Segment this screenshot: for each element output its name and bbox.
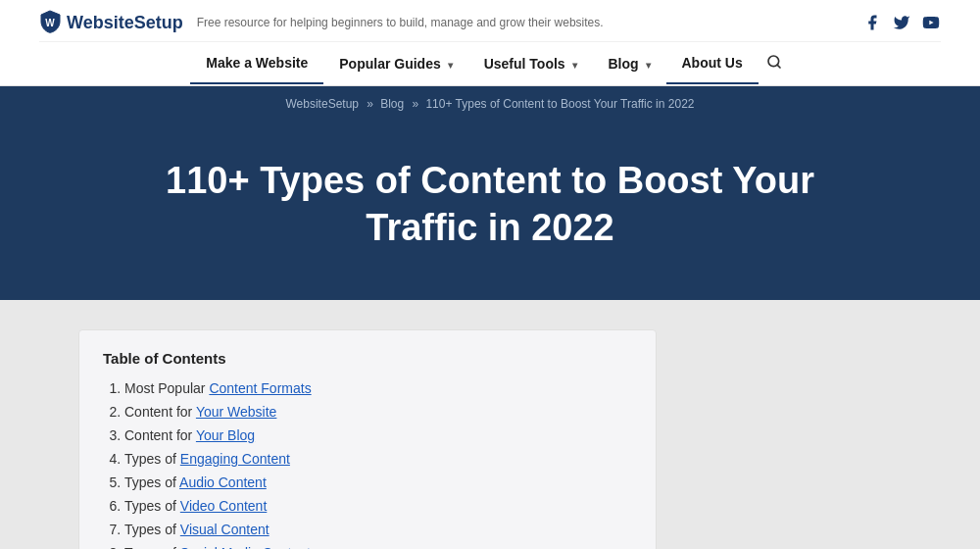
- breadcrumb-current: 110+ Types of Content to Boost Your Traf…: [425, 97, 694, 111]
- nav-blog[interactable]: Blog ▾: [593, 44, 666, 83]
- main-nav: Make a Website Popular Guides ▾ Useful T…: [39, 42, 941, 85]
- toc-link-6[interactable]: Video Content: [180, 498, 267, 514]
- search-icon[interactable]: [759, 42, 790, 85]
- facebook-icon[interactable]: [862, 13, 882, 32]
- logo-area: W WebsiteSetup Free resource for helping…: [39, 10, 604, 35]
- sidebar: [686, 329, 902, 549]
- toc-item-8: Types of Social Media Content: [124, 545, 632, 549]
- toc-link-7[interactable]: Visual Content: [180, 522, 270, 537]
- breadcrumb-sep-2: »: [412, 97, 421, 111]
- nav-useful-tools[interactable]: Useful Tools ▾: [468, 44, 593, 83]
- content-wrapper: Table of Contents Most Popular Content F…: [0, 300, 980, 549]
- twitter-icon[interactable]: [892, 13, 911, 32]
- toc-link-5[interactable]: Audio Content: [179, 474, 267, 490]
- chevron-down-icon: ▾: [572, 60, 577, 71]
- nav-about-us[interactable]: About Us: [666, 43, 759, 84]
- nav-popular-guides[interactable]: Popular Guides ▾: [323, 44, 467, 83]
- breadcrumb-blog[interactable]: Blog: [380, 97, 404, 111]
- toc-item-4: Types of Engaging Content: [124, 451, 632, 467]
- hero-section: 110+ Types of Content to Boost Your Traf…: [0, 119, 980, 300]
- toc-link-4[interactable]: Engaging Content: [180, 451, 290, 467]
- svg-text:W: W: [45, 18, 55, 28]
- nav-make-website[interactable]: Make a Website: [190, 43, 323, 84]
- toc-link-2[interactable]: Your Website: [196, 404, 277, 420]
- site-header: W WebsiteSetup Free resource for helping…: [0, 0, 980, 86]
- svg-line-3: [777, 65, 780, 68]
- toc-link-3[interactable]: Your Blog: [196, 427, 255, 443]
- site-tagline: Free resource for helping beginners to b…: [197, 16, 604, 29]
- toc-item-6: Types of Video Content: [124, 498, 632, 514]
- toc-item-2: Content for Your Website: [124, 404, 632, 420]
- toc-item-1: Most Popular Content Formats: [124, 380, 632, 396]
- hero-title: 110+ Types of Content to Boost Your Traf…: [137, 158, 843, 251]
- toc-item-5: Types of Audio Content: [124, 474, 632, 490]
- toc-title: Table of Contents: [103, 350, 632, 367]
- main-content: Table of Contents Most Popular Content F…: [78, 329, 657, 549]
- breadcrumb-home[interactable]: WebsiteSetup: [286, 97, 360, 111]
- toc-list: Most Popular Content Formats Content for…: [103, 380, 632, 549]
- chevron-down-icon: ▾: [646, 60, 651, 71]
- toc-link-1[interactable]: Content Formats: [209, 380, 311, 396]
- toc-link-8[interactable]: Social Media Content: [180, 545, 311, 549]
- chevron-down-icon: ▾: [448, 60, 453, 71]
- toc-item-3: Content for Your Blog: [124, 427, 632, 443]
- youtube-icon[interactable]: [921, 13, 941, 32]
- breadcrumb-sep: »: [367, 97, 376, 111]
- social-icons: [862, 13, 941, 32]
- toc-box: Table of Contents Most Popular Content F…: [78, 329, 657, 549]
- breadcrumb-bar: WebsiteSetup » Blog » 110+ Types of Cont…: [0, 86, 980, 119]
- toc-item-7: Types of Visual Content: [124, 522, 632, 537]
- site-logo[interactable]: W WebsiteSetup: [39, 10, 183, 35]
- shield-icon: W: [39, 10, 61, 35]
- top-bar: W WebsiteSetup Free resource for helping…: [39, 0, 941, 42]
